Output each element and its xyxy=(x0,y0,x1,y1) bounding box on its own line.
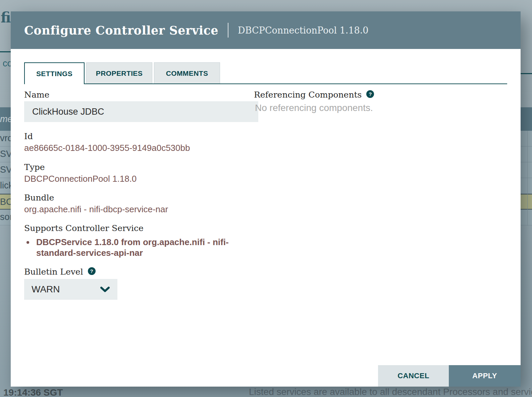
bulletin-level-value: WARN xyxy=(32,284,100,295)
help-icon[interactable]: ? xyxy=(366,90,374,98)
id-label: Id xyxy=(24,131,33,141)
id-value: ae86665c-0184-1000-3955-9149a0c530bb xyxy=(24,143,190,153)
supports-controller-service-label: Supports Controller Service xyxy=(24,223,144,233)
cancel-button[interactable]: CANCEL xyxy=(378,365,449,387)
dialog-tabs: SETTINGS PROPERTIES COMMENTS xyxy=(24,62,507,84)
referencing-components-empty: No referencing components. xyxy=(255,103,373,113)
dialog-title: Configure Controller Service xyxy=(24,23,218,37)
referencing-components-row: Referencing Components ? xyxy=(254,90,374,100)
supports-controller-service-item: DBCPService 1.18.0 from org.apache.nifi … xyxy=(34,237,252,258)
apply-button[interactable]: APPLY xyxy=(449,365,521,387)
dialog-subtitle: DBCPConnectionPool 1.18.0 xyxy=(238,25,368,36)
bulletin-level-row: Bulletin Level ? xyxy=(24,267,96,277)
configure-controller-service-dialog: Configure Controller Service DBCPConnect… xyxy=(11,11,521,387)
background-footer-text: Listed services are available to all des… xyxy=(249,387,532,397)
type-label: Type xyxy=(24,162,45,172)
help-icon[interactable]: ? xyxy=(88,267,96,275)
name-label: Name xyxy=(24,90,49,100)
supports-controller-service-list: DBCPService 1.18.0 from org.apache.nifi … xyxy=(24,237,252,258)
dialog-body: SETTINGS PROPERTIES COMMENTS Name Id ae8… xyxy=(11,49,521,387)
chevron-down-icon xyxy=(100,286,110,293)
referencing-components-label: Referencing Components xyxy=(254,90,362,100)
bundle-label: Bundle xyxy=(24,193,54,203)
tab-properties[interactable]: PROPERTIES xyxy=(86,62,152,84)
bulletin-level-label: Bulletin Level xyxy=(24,267,83,277)
type-value: DBCPConnectionPool 1.18.0 xyxy=(24,174,137,184)
name-input[interactable] xyxy=(24,101,258,122)
status-timestamp: 19:14:36 SGT xyxy=(3,387,63,397)
tab-settings[interactable]: SETTINGS xyxy=(24,62,85,84)
bundle-value: org.apache.nifi - nifi-dbcp-service-nar xyxy=(24,204,168,215)
title-separator xyxy=(228,23,228,38)
background-tab-underline-right xyxy=(519,73,532,74)
dialog-header: Configure Controller Service DBCPConnect… xyxy=(11,11,521,49)
background-table-column-divider xyxy=(527,131,528,226)
tab-comments[interactable]: COMMENTS xyxy=(154,62,220,84)
bulletin-level-dropdown[interactable]: WARN xyxy=(24,279,117,300)
